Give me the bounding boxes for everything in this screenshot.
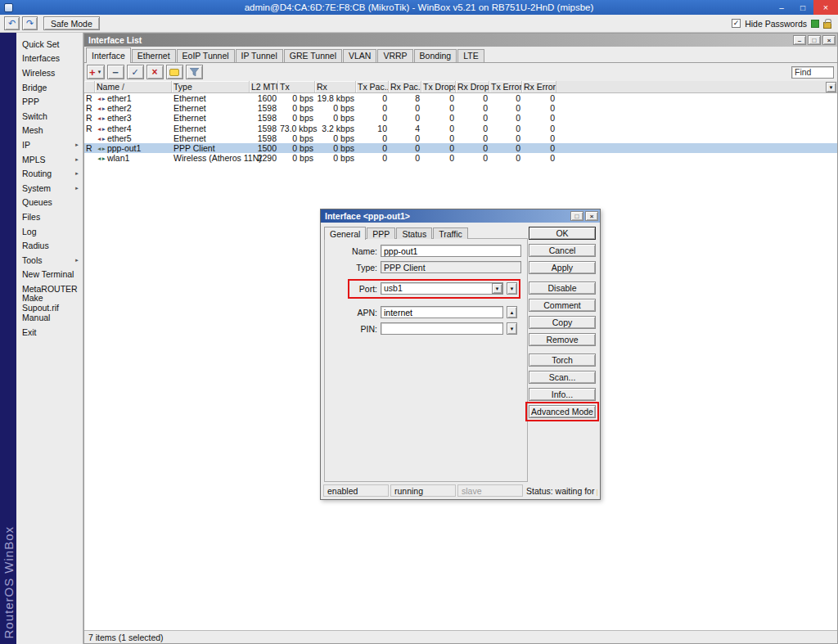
column-select-dropdown[interactable]: ▼ — [826, 82, 836, 92]
sidebar-item[interactable]: Log ► — [16, 224, 83, 239]
table-row[interactable]: R ppp-out1 PPP Client 1500 0 bps 0 bps 0… — [84, 143, 837, 153]
sidebar-item[interactable]: Mesh ► — [16, 124, 83, 138]
name-input[interactable] — [381, 245, 521, 257]
row-rx-drops: 0 — [456, 93, 489, 103]
dialog-button[interactable]: Advanced Mode — [529, 405, 596, 418]
sidebar-item[interactable]: Radius ► — [16, 238, 83, 253]
pin-expand-button[interactable]: ▼ — [507, 322, 517, 335]
sidebar-item[interactable]: Tools ► — [16, 253, 83, 268]
column-rx[interactable]: Rx — [315, 81, 356, 92]
sidebar-item[interactable]: IP ► — [16, 137, 83, 152]
maximize-button[interactable]: □ — [792, 0, 813, 15]
dialog-button[interactable]: Scan... — [529, 371, 596, 384]
sidebar-item[interactable]: Files ► — [16, 209, 83, 224]
table-row[interactable]: ether5 Ethernet 1598 0 bps 0 bps 0 0 0 0… — [84, 133, 837, 143]
column-rx-errors[interactable]: Rx Errors — [522, 81, 556, 92]
remove-button[interactable]: − — [107, 65, 124, 79]
dialog-tab[interactable]: Traffic — [433, 227, 468, 239]
tab[interactable]: VLAN — [343, 49, 376, 62]
column-rx-drops[interactable]: Rx Drops — [456, 81, 489, 92]
sidebar-item[interactable]: New Terminal ► — [16, 268, 83, 282]
sidebar-item[interactable]: Switch ► — [16, 109, 83, 124]
column-tx-packet[interactable]: Tx Pac... — [356, 81, 389, 92]
table-row[interactable]: wlan1 Wireless (Atheros 11N) 2290 0 bps … — [84, 153, 837, 163]
sidebar-item[interactable]: Interfaces ► — [16, 52, 83, 66]
hide-passwords-checkbox[interactable]: ✓ — [732, 19, 741, 28]
sidebar-item[interactable]: Bridge ► — [16, 80, 83, 95]
sidebar-item[interactable]: PPP ► — [16, 94, 83, 109]
comment-icon — [169, 69, 179, 76]
table-row[interactable]: R ether1 Ethernet 1600 0 bps 19.8 kbps 0… — [84, 93, 837, 103]
safe-mode-button[interactable]: Safe Mode — [43, 16, 100, 30]
child-minimize-button[interactable]: – — [793, 35, 806, 45]
row-tx-drops: 0 — [421, 93, 456, 103]
row-rx-errors: 0 — [522, 153, 556, 163]
port-field-row: Port: usb1 ▼ ▼ — [328, 282, 527, 295]
sidebar-item[interactable]: System ► — [16, 181, 83, 196]
table-row[interactable]: R ether3 Ethernet 1598 0 bps 0 bps 0 0 0… — [84, 113, 837, 123]
tab[interactable]: IP Tunnel — [236, 49, 283, 62]
dialog-button[interactable]: Copy — [529, 316, 596, 329]
tab[interactable]: GRE Tunnel — [284, 49, 342, 62]
tab[interactable]: Ethernet — [132, 49, 176, 62]
undo-button[interactable]: ↶ — [4, 16, 20, 30]
apn-collapse-button[interactable]: ▲ — [507, 306, 517, 318]
row-name: ether3 — [107, 113, 132, 123]
dialog-button[interactable]: Torch — [529, 354, 596, 367]
sidebar-item[interactable]: Quick Set ► — [16, 37, 83, 52]
dialog-button[interactable]: Comment — [529, 299, 596, 312]
dialog-tab[interactable]: General — [324, 227, 366, 240]
column-rx-packet[interactable]: Rx Pac... — [389, 81, 421, 92]
dialog-button[interactable]: Remove — [529, 333, 596, 346]
close-button[interactable]: × — [813, 0, 838, 15]
tab[interactable]: LTE — [457, 49, 484, 62]
dialog-close-button[interactable]: × — [585, 211, 598, 221]
port-expander-button[interactable]: ▼ — [507, 282, 517, 295]
sidebar-item[interactable]: Queues ► — [16, 196, 83, 210]
dialog-button[interactable]: Apply — [529, 261, 596, 274]
table-row[interactable]: R ether2 Ethernet 1598 0 bps 0 bps 0 0 0… — [84, 103, 837, 113]
dialog-button[interactable]: OK — [529, 227, 596, 240]
column-flag[interactable] — [84, 81, 95, 92]
row-tx-drops: 0 — [421, 124, 456, 133]
table-row[interactable]: R ether4 Ethernet 1598 73.0 kbps 3.2 kbp… — [84, 124, 837, 133]
dialog-tab[interactable]: Status — [396, 227, 432, 239]
column-tx[interactable]: Tx — [278, 81, 315, 92]
sidebar-item[interactable]: Exit ► — [16, 325, 83, 340]
tab[interactable]: VRRP — [377, 49, 412, 62]
port-dropdown-icon[interactable]: ▼ — [492, 283, 502, 294]
pin-input[interactable] — [381, 322, 503, 335]
sidebar-item[interactable]: Routing ► — [16, 166, 83, 181]
find-input[interactable] — [791, 66, 834, 79]
child-maximize-button[interactable]: □ — [808, 35, 821, 45]
add-button[interactable]: + ▼ — [87, 65, 105, 79]
column-l2mtu[interactable]: L2 MTU — [250, 81, 278, 92]
tab[interactable]: Interface — [86, 47, 131, 63]
dialog-maximize-button[interactable]: □ — [570, 211, 583, 221]
apn-input[interactable] — [381, 306, 503, 318]
tab[interactable]: EoIP Tunnel — [177, 49, 235, 62]
dialog-button-label: Disable — [547, 283, 576, 293]
dialog-tab[interactable]: PPP — [367, 227, 395, 239]
dialog-button[interactable]: Disable — [529, 281, 596, 295]
port-combobox[interactable]: usb1 ▼ — [381, 282, 503, 295]
redo-button[interactable]: ↷ — [22, 16, 38, 30]
column-tx-drops[interactable]: Tx Drops — [421, 81, 456, 92]
disable-button[interactable]: × — [146, 65, 164, 79]
column-tx-errors[interactable]: Tx Errors — [489, 81, 522, 92]
comment-button[interactable] — [166, 65, 183, 79]
child-close-button[interactable]: × — [822, 35, 836, 45]
dialog-footer: enabled running slave Status: waiting fo… — [323, 484, 597, 497]
tab[interactable]: Bonding — [414, 49, 457, 62]
column-name[interactable]: Name/ — [95, 81, 172, 92]
sidebar-item[interactable]: Make Supout.rif ► — [16, 296, 83, 311]
dialog-button[interactable]: Info... — [529, 388, 596, 401]
enable-button[interactable]: ✓ — [127, 65, 144, 79]
column-type[interactable]: Type — [172, 81, 250, 92]
row-l2mtu: 1598 — [250, 124, 278, 133]
dialog-button[interactable]: Cancel — [529, 244, 596, 257]
filter-button[interactable] — [186, 65, 203, 79]
sidebar-item[interactable]: Wireless ► — [16, 65, 83, 80]
minimize-button[interactable]: – — [771, 0, 792, 15]
sidebar-item[interactable]: MPLS ► — [16, 152, 83, 167]
